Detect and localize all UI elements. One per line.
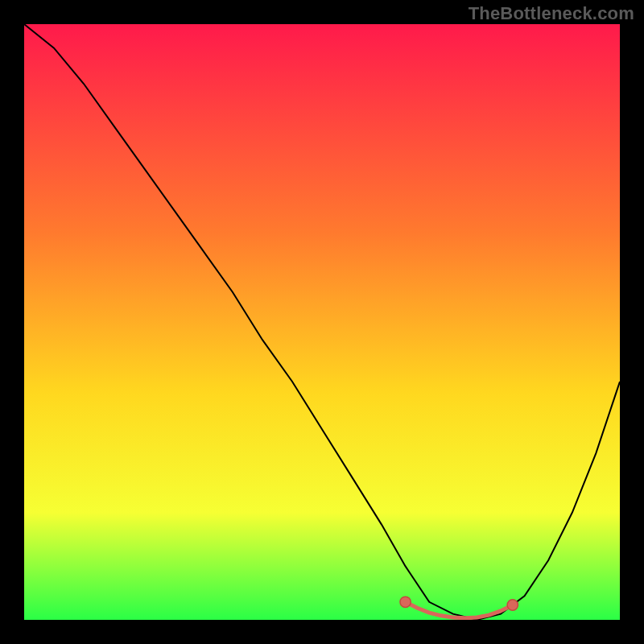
range-endpoint-dot (507, 600, 518, 610)
chart-frame: TheBottleneck.com (0, 0, 644, 644)
bottleneck-chart (24, 24, 620, 620)
gradient-background (24, 24, 620, 620)
range-endpoint-dot (400, 597, 411, 607)
watermark-text: TheBottleneck.com (469, 3, 634, 24)
